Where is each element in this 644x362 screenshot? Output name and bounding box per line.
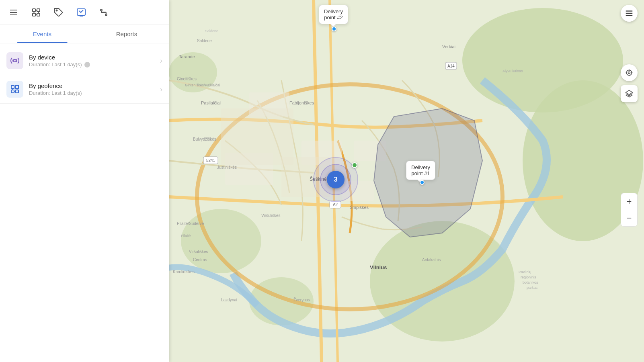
svg-text:5241: 5241 xyxy=(206,158,215,163)
svg-text:Pilaitė: Pilaitė xyxy=(181,234,191,238)
svg-text:Verkiai: Verkiai xyxy=(442,44,455,49)
svg-text:A2: A2 xyxy=(333,202,338,207)
by-device-title: By device xyxy=(29,54,154,61)
by-device-subtitle: Duration: Last 1 day(s) xyxy=(29,61,154,67)
svg-text:botanikos: botanikos xyxy=(523,280,538,284)
svg-point-78 xyxy=(626,70,632,75)
cluster-marker[interactable]: 3 xyxy=(327,171,345,188)
active-vehicle-dot xyxy=(352,162,357,168)
svg-text:Tarande: Tarande xyxy=(179,54,195,59)
svg-text:Lazdynai: Lazdynai xyxy=(221,298,237,302)
svg-text:Pavilnių: Pavilnių xyxy=(519,270,531,274)
svg-rect-58 xyxy=(37,9,40,12)
top-right-menu-button[interactable] xyxy=(621,5,638,22)
svg-text:Ginteniškės/Pašilalčai: Ginteniškės/Pašilalčai xyxy=(185,83,220,87)
by-device-text: By device Duration: Last 1 day(s) xyxy=(29,54,154,67)
svg-point-68 xyxy=(105,14,107,16)
menu-list: By device Duration: Last 1 day(s) › xyxy=(0,43,169,362)
tabs: Events Reports xyxy=(0,25,169,43)
svg-text:Viršuliškės: Viršuliškės xyxy=(189,250,208,254)
delivery-point-2-dot[interactable] xyxy=(332,27,336,31)
svg-text:Alyvu kalnas: Alyvu kalnas xyxy=(502,69,523,73)
delivery-point-1-dot[interactable] xyxy=(420,180,425,185)
tab-reports[interactable]: Reports xyxy=(84,25,169,43)
by-geofence-subtitle: Duration: Last 1 day(s) xyxy=(29,90,154,96)
svg-text:Pasilaičiai: Pasilaičiai xyxy=(201,100,221,105)
svg-text:Šnipiškės: Šnipiškės xyxy=(350,205,369,210)
svg-point-67 xyxy=(100,9,102,11)
by-device-icon xyxy=(6,52,23,69)
resize-icon[interactable] xyxy=(29,5,43,20)
chevron-right-2-icon: › xyxy=(160,85,162,94)
loading-spinner xyxy=(84,62,90,67)
svg-text:parkas: parkas xyxy=(527,286,538,290)
route-icon[interactable] xyxy=(96,5,111,20)
tag-icon[interactable] xyxy=(51,5,66,20)
sidebar: Events Reports By device Duration: Last … xyxy=(0,0,169,362)
chevron-right-icon: › xyxy=(160,57,162,65)
by-geofence-text: By geofence Duration: Last 1 day(s) xyxy=(29,82,154,96)
svg-text:Žverynas: Žverynas xyxy=(293,297,310,302)
by-device-item[interactable]: By device Duration: Last 1 day(s) › xyxy=(0,47,169,75)
svg-rect-15 xyxy=(221,108,293,165)
svg-point-5 xyxy=(181,209,261,273)
delivery-point-2-tooltip: Delivery point #2 xyxy=(319,5,348,24)
zoom-in-button[interactable]: + xyxy=(621,193,638,210)
svg-text:Pilaitė/Sudervė: Pilaitė/Sudervė xyxy=(177,221,204,226)
navigation-icon[interactable] xyxy=(74,5,88,20)
svg-text:Buivydžiškės: Buivydžiškės xyxy=(193,137,216,141)
layers-button[interactable] xyxy=(621,85,638,102)
svg-text:Centras: Centras xyxy=(193,258,207,262)
svg-point-77 xyxy=(628,72,630,74)
svg-text:Vilnius: Vilnius xyxy=(370,264,387,270)
svg-text:regioninis: regioninis xyxy=(521,275,536,279)
svg-text:Fabijoniškes: Fabijoniškes xyxy=(289,100,314,105)
svg-text:Saldene: Saldene xyxy=(205,29,218,33)
delivery-point-1-tooltip: Delivery point #1 xyxy=(406,161,435,180)
by-geofence-title: By geofence xyxy=(29,82,154,89)
svg-text:Viršuliškės: Viršuliškės xyxy=(261,213,281,218)
svg-text:Gineitiškes: Gineitiškes xyxy=(177,77,197,81)
svg-text:A14: A14 xyxy=(447,64,455,68)
tab-events[interactable]: Events xyxy=(0,25,84,43)
svg-rect-59 xyxy=(33,13,35,16)
svg-point-69 xyxy=(14,59,16,62)
by-geofence-item[interactable]: By geofence Duration: Last 1 day(s) › xyxy=(0,75,169,104)
svg-rect-60 xyxy=(37,13,40,16)
svg-text:Antakalnis: Antakalnis xyxy=(422,258,441,262)
locate-button[interactable] xyxy=(621,64,638,81)
hamburger-menu-icon[interactable] xyxy=(6,5,21,20)
zoom-out-button[interactable]: − xyxy=(621,210,638,227)
by-geofence-icon xyxy=(6,81,23,98)
svg-point-65 xyxy=(56,10,57,11)
svg-text:Justiniškės: Justiniškės xyxy=(217,165,237,170)
svg-text:Saldene: Saldene xyxy=(197,39,212,43)
svg-rect-57 xyxy=(33,9,35,12)
toolbar xyxy=(0,0,169,25)
svg-text:Karoliniskes: Karoliniskes xyxy=(173,270,195,274)
